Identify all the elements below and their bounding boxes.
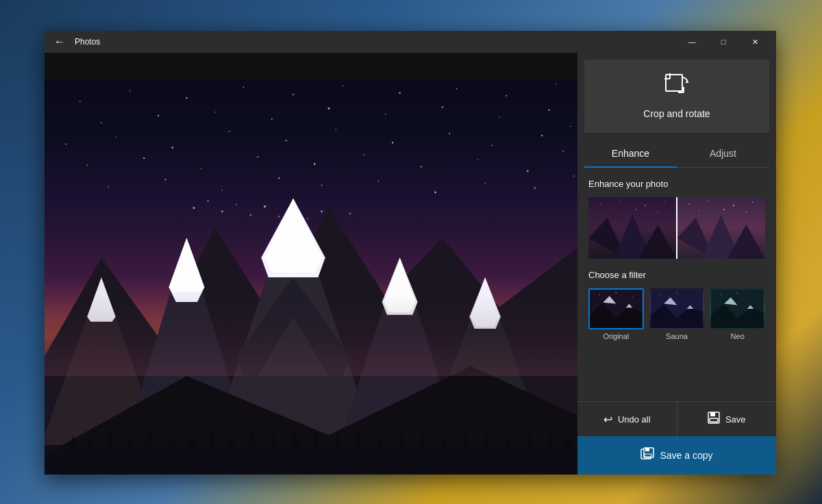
photo-scene xyxy=(45,80,577,475)
filter-sauna[interactable]: Sauna xyxy=(649,288,705,340)
enhance-divider xyxy=(676,197,677,259)
back-button[interactable]: ← xyxy=(50,32,69,51)
filter-sauna-thumb xyxy=(649,288,705,329)
svg-point-154 xyxy=(754,296,754,297)
bottom-actions: ↩ Undo all Save xyxy=(577,401,776,436)
filter-sauna-label: Sauna xyxy=(666,332,688,340)
filter-neo[interactable]: Neo xyxy=(710,288,765,340)
svg-point-121 xyxy=(658,212,658,212)
save-button[interactable]: Save xyxy=(677,402,777,436)
save-icon xyxy=(708,412,720,427)
svg-point-119 xyxy=(610,210,611,211)
svg-point-136 xyxy=(599,294,600,295)
save-label: Save xyxy=(725,414,746,425)
undo-icon: ↩ xyxy=(603,413,612,426)
svg-rect-105 xyxy=(45,445,577,475)
filter-original-thumb xyxy=(588,288,644,329)
svg-point-153 xyxy=(737,292,738,294)
svg-rect-158 xyxy=(710,418,718,422)
svg-rect-106 xyxy=(666,75,682,91)
svg-rect-157 xyxy=(710,412,715,416)
panel-content: Enhance your photo xyxy=(577,168,776,401)
svg-point-126 xyxy=(708,200,709,201)
minimize-button[interactable]: — xyxy=(676,31,708,53)
svg-point-116 xyxy=(620,200,621,201)
svg-point-155 xyxy=(731,299,732,299)
crop-rotate-icon xyxy=(664,73,689,103)
svg-rect-161 xyxy=(645,448,649,451)
main-content: Crop and rotate Enhance Adjust Enhance y… xyxy=(45,53,776,475)
filter-neo-thumb xyxy=(710,288,765,329)
svg-point-117 xyxy=(645,205,646,206)
svg-point-144 xyxy=(660,294,660,295)
enhance-preview[interactable] xyxy=(588,197,765,259)
photo-view xyxy=(45,80,577,475)
enhance-title: Enhance your photo xyxy=(588,179,765,189)
svg-point-127 xyxy=(733,205,734,206)
svg-marker-114 xyxy=(639,225,677,259)
close-button[interactable]: ✕ xyxy=(739,31,771,53)
save-copy-icon xyxy=(640,447,654,464)
app-window: ← Photos — □ ✕ xyxy=(45,31,776,475)
horizon-glow xyxy=(45,294,577,376)
svg-marker-111 xyxy=(685,80,688,83)
filters-row: Original xyxy=(588,288,765,340)
enhance-before xyxy=(588,197,677,259)
tab-enhance[interactable]: Enhance xyxy=(584,140,677,167)
tabs: Enhance Adjust xyxy=(584,140,769,168)
tab-adjust[interactable]: Adjust xyxy=(677,140,769,167)
svg-point-145 xyxy=(676,292,677,294)
save-copy-button[interactable]: Save a copy xyxy=(577,436,776,475)
filter-title: Choose a filter xyxy=(588,270,765,280)
save-copy-label: Save a copy xyxy=(660,450,712,461)
svg-point-138 xyxy=(632,296,633,297)
window-title: Photos xyxy=(75,37,676,47)
photo-top-bar xyxy=(45,53,577,80)
title-bar: ← Photos — □ ✕ xyxy=(45,31,776,53)
window-controls: — □ ✕ xyxy=(676,31,771,53)
svg-point-118 xyxy=(664,201,664,202)
back-icon: ← xyxy=(54,36,65,48)
svg-point-128 xyxy=(752,201,753,202)
filter-original-label: Original xyxy=(603,332,629,340)
svg-point-131 xyxy=(746,212,747,212)
svg-point-147 xyxy=(670,299,671,299)
svg-marker-124 xyxy=(727,225,765,259)
photo-area xyxy=(45,53,577,475)
svg-point-125 xyxy=(689,203,690,205)
svg-point-137 xyxy=(615,292,616,294)
crop-rotate-section: Crop and rotate xyxy=(584,60,769,133)
svg-point-115 xyxy=(601,203,601,205)
filter-original[interactable]: Original xyxy=(588,288,644,340)
right-panel: Crop and rotate Enhance Adjust Enhance y… xyxy=(577,53,776,475)
svg-point-130 xyxy=(723,209,725,210)
svg-point-139 xyxy=(609,299,610,299)
svg-point-129 xyxy=(699,210,699,211)
maximize-button[interactable]: □ xyxy=(708,31,739,53)
filter-neo-label: Neo xyxy=(731,332,745,340)
svg-point-146 xyxy=(693,296,693,297)
undo-all-button[interactable]: ↩ Undo all xyxy=(577,402,677,436)
undo-all-label: Undo all xyxy=(618,414,651,425)
mountain-layer xyxy=(45,80,577,475)
svg-point-152 xyxy=(721,294,721,295)
crop-rotate-label: Crop and rotate xyxy=(643,108,710,119)
svg-point-120 xyxy=(635,209,636,210)
enhance-after xyxy=(677,197,765,259)
